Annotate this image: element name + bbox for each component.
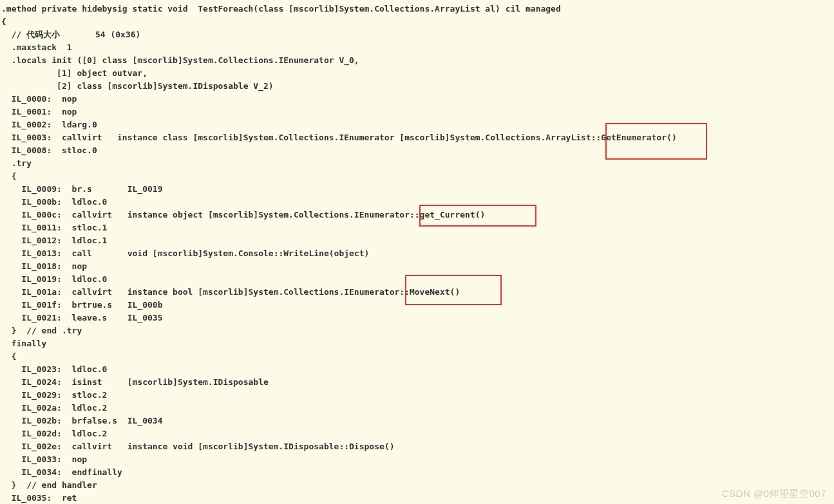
code-line: IL_002b: brfalse.s IL_0034 (1, 416, 162, 425)
watermark-text: CSDN @0仰望星空007 (722, 488, 826, 500)
code-line: IL_001a: callvirt instance bool [mscorli… (1, 287, 460, 297)
code-line: IL_002a: ldloc.2 (1, 403, 107, 413)
code-line: IL_0018: nop (1, 261, 87, 271)
code-line: IL_0012: ldloc.1 (1, 236, 107, 245)
code-line: IL_0034: endfinally (1, 467, 122, 477)
code-line: IL_0011: stloc.1 (1, 223, 107, 232)
code-line: IL_0023: ldloc.0 (1, 364, 107, 374)
code-line: IL_0002: ldarg.0 (1, 120, 97, 129)
code-line: // 代码大小 54 (0x36) (1, 30, 140, 39)
code-line: IL_0000: nop (1, 94, 77, 104)
code-line: finally (1, 339, 46, 348)
code-line: [1] object outvar, (1, 68, 147, 78)
code-line: IL_0019: ldloc.0 (1, 274, 107, 284)
code-line: IL_0001: nop (1, 107, 77, 117)
code-line: } // end .try (1, 326, 82, 335)
code-line: IL_0021: leave.s IL_0035 (1, 313, 162, 322)
code-line: .method private hidebysig static void Te… (1, 4, 561, 14)
code-line: .try (1, 158, 32, 168)
code-line: IL_0003: callvirt instance class [mscorl… (1, 133, 677, 142)
code-line: IL_000b: ldloc.0 (1, 197, 107, 207)
code-line: [2] class [mscorlib]System.IDisposable V… (1, 81, 274, 91)
code-line: IL_0029: stloc.2 (1, 390, 107, 400)
code-line: { (1, 171, 16, 181)
code-line: .locals init ([0] class [mscorlib]System… (1, 55, 359, 65)
code-line: } // end handler (1, 480, 97, 490)
code-line: .maxstack 1 (1, 42, 72, 52)
code-line: IL_0013: call void [mscorlib]System.Cons… (1, 248, 369, 258)
code-line: { (1, 351, 16, 361)
code-line: IL_0033: nop (1, 454, 87, 464)
code-line: IL_002e: callvirt instance void [mscorli… (1, 442, 394, 451)
code-line: IL_000c: callvirt instance object [mscor… (1, 210, 485, 219)
il-code-block: .method private hidebysig static void Te… (0, 0, 834, 504)
code-line: IL_0024: isinst [mscorlib]System.IDispos… (1, 377, 269, 387)
code-line: IL_0008: stloc.0 (1, 145, 97, 155)
code-line: IL_0035: ret (1, 493, 77, 503)
code-line: IL_001f: brtrue.s IL_000b (1, 300, 162, 310)
code-line: IL_002d: ldloc.2 (1, 429, 107, 438)
code-line: { (1, 17, 6, 26)
code-line: IL_0009: br.s IL_0019 (1, 184, 162, 194)
